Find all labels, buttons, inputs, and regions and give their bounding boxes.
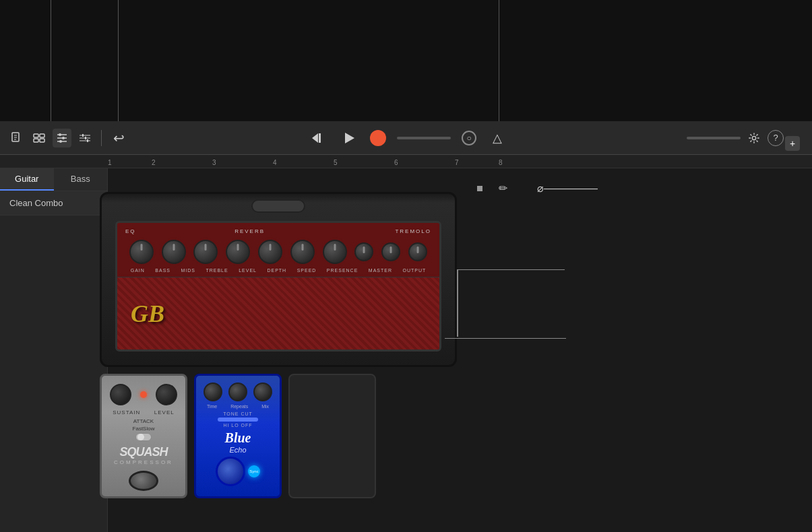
echo-logo: Blue Echo <box>225 430 251 454</box>
power-led <box>140 391 147 398</box>
sliders-icon[interactable] <box>75 129 94 147</box>
time-label: Time <box>207 404 217 409</box>
speed-knob[interactable] <box>323 240 347 264</box>
svg-point-12 <box>62 137 65 139</box>
toolbar-separator <box>101 130 102 146</box>
mixer-icon[interactable] <box>53 129 71 147</box>
top-area <box>0 0 812 121</box>
attack-section: ATTACK Fast Slow <box>133 418 155 442</box>
gain-knob[interactable] <box>129 240 154 264</box>
echo-bottom: Sync <box>216 457 260 486</box>
echo-knobs-row <box>200 381 276 403</box>
metronome-icon[interactable]: ○ <box>462 131 476 145</box>
sustain-knob[interactable] <box>110 384 131 405</box>
empty-pedal-slot[interactable] <box>288 374 376 498</box>
tab-guitar[interactable]: Guitar <box>0 168 54 191</box>
eq-label: EQ <box>125 228 235 234</box>
mix-label: Mix <box>261 404 269 409</box>
ruler-mark-1: 1 <box>108 159 112 166</box>
svg-marker-22 <box>345 133 354 143</box>
switch-dot <box>137 434 144 440</box>
svg-point-13 <box>59 140 62 143</box>
echo-knob-labels: Time Repeats Mix <box>200 404 276 409</box>
level-label: LEVEL <box>154 409 175 415</box>
bass-label: BASS <box>155 268 170 273</box>
svg-rect-21 <box>319 133 321 143</box>
level-label: LEVEL <box>239 268 257 273</box>
pencil-icon[interactable]: ✏ <box>499 182 507 195</box>
reverb-label: REVERB <box>235 228 322 234</box>
depth-knob[interactable] <box>290 240 315 264</box>
svg-rect-6 <box>34 139 38 142</box>
volume-slider[interactable] <box>687 137 741 139</box>
svg-marker-20 <box>312 133 318 143</box>
treble-label: TREBLE <box>206 268 228 273</box>
gain-label: GAIN <box>131 268 145 273</box>
svg-rect-4 <box>34 134 38 137</box>
fast-label: Fast <box>133 426 144 432</box>
mix-knob[interactable] <box>253 383 272 401</box>
amp-head: EQ REVERB TREMOLO <box>100 192 457 367</box>
tone-cut-section: TONE CUT HI LO OFF <box>218 411 258 428</box>
echo-footswitch[interactable] <box>216 457 245 486</box>
ruler-mark-4: 4 <box>273 159 277 166</box>
ruler-marks: 1 2 3 4 5 6 7 8 <box>108 155 812 168</box>
master-knob[interactable] <box>381 242 400 261</box>
attack-label: ATTACK <box>133 418 155 424</box>
preset-clean-combo[interactable]: Clean Combo <box>0 191 107 215</box>
treble-knob[interactable] <box>226 240 250 264</box>
ruler-mark-6: 6 <box>394 159 398 166</box>
sync-label: Sync <box>249 469 258 473</box>
undo-button[interactable]: ↩ <box>108 128 129 148</box>
time-knob[interactable] <box>204 383 222 401</box>
presence-label: PRESENCE <box>327 268 358 273</box>
view-options-icon[interactable] <box>30 129 49 147</box>
sidebar-panel: Guitar Bass Clean Combo <box>0 168 108 532</box>
edit-icon[interactable]: ⌀————— <box>537 182 598 195</box>
play-button[interactable] <box>339 128 359 148</box>
timeline-tools: ✏ ⌀————— <box>477 182 598 195</box>
squash-compressor-pedal: SUSTAIN LEVEL ATTACK Fast Slow SQUASH CO… <box>100 374 187 498</box>
annotation-line-vertical <box>457 269 458 337</box>
output-knob[interactable] <box>408 242 427 261</box>
tone-cut-label: TONE CUT <box>218 411 258 416</box>
squash-footswitch[interactable] <box>129 471 158 491</box>
pedalboard: SUSTAIN LEVEL ATTACK Fast Slow SQUASH CO… <box>100 374 376 498</box>
svg-rect-5 <box>40 134 44 137</box>
amp-container: EQ REVERB TREMOLO <box>100 192 457 367</box>
amp-face: EQ REVERB TREMOLO <box>115 221 441 352</box>
add-button[interactable]: + <box>785 136 800 151</box>
timeline-dot <box>477 186 482 191</box>
mids-knob[interactable] <box>193 240 218 264</box>
bass-knob[interactable] <box>162 240 186 264</box>
attack-switch[interactable] <box>135 433 152 441</box>
record-button[interactable] <box>370 130 386 146</box>
presence-knob[interactable] <box>354 242 373 261</box>
tuner-icon[interactable]: △ <box>487 128 507 148</box>
progress-slider[interactable] <box>397 137 451 139</box>
help-icon[interactable]: ? <box>768 130 784 146</box>
sustain-level-labels: SUSTAIN LEVEL <box>106 409 181 415</box>
output-label: OUTPUT <box>402 268 426 273</box>
level-knob[interactable] <box>258 240 282 264</box>
rewind-button[interactable] <box>308 128 328 148</box>
level-knob[interactable] <box>156 384 177 405</box>
master-label: MASTER <box>369 268 392 273</box>
tone-cut-bar[interactable] <box>218 418 258 422</box>
amp-controls-area: EQ REVERB TREMOLO <box>117 223 439 277</box>
timeline-ruler: 1 2 3 4 5 6 7 8 <box>0 155 812 168</box>
tab-bar: Guitar Bass <box>0 168 107 191</box>
squash-logo: SQUASH COMPRESSOR <box>114 445 173 465</box>
ruler-mark-8: 8 <box>499 159 503 166</box>
toolbar-center: ○ △ <box>133 128 683 148</box>
gear-icon[interactable] <box>745 129 763 147</box>
ruler-mark-3: 3 <box>212 159 216 166</box>
hi-lo-off-label: HI LO OFF <box>218 423 258 428</box>
sustain-label: SUSTAIN <box>113 409 140 415</box>
document-icon[interactable] <box>7 129 26 147</box>
svg-point-23 <box>752 136 755 139</box>
repeats-knob[interactable] <box>228 383 247 401</box>
sync-indicator[interactable]: Sync <box>248 465 260 477</box>
annotation-line-h2 <box>445 338 566 339</box>
tab-bass[interactable]: Bass <box>54 168 108 191</box>
